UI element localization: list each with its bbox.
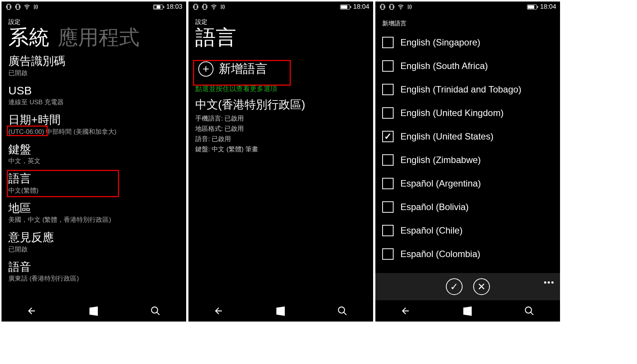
svg-point-7 (338, 307, 344, 313)
language-option-label: English (United Kingdom) (400, 108, 504, 118)
status-time: 18:04 (540, 3, 556, 11)
setting-speech[interactable]: 語音 廣東話 (香港特別行政區) (8, 257, 179, 286)
language-option-label: Español (Argentina) (400, 178, 481, 189)
battery-charging-icon (153, 5, 163, 9)
start-button[interactable] (457, 303, 478, 318)
svg-rect-4 (194, 4, 197, 9)
language-option[interactable]: Español (Colombia) (382, 242, 553, 266)
tab-system[interactable]: 系統 (8, 26, 49, 49)
svg-point-11 (525, 307, 531, 313)
language-option-label: English (United States) (400, 131, 493, 142)
search-button[interactable] (332, 303, 353, 318)
pivot-tabs: 系統 應用程式 (2, 26, 186, 51)
language-option-label: Español (Bolivia) (400, 202, 469, 212)
checkbox-icon[interactable] (382, 201, 394, 213)
vibrate-icon (379, 3, 386, 10)
language-select-list[interactable]: English (Singapore)English (South Africa… (375, 28, 560, 273)
app-bar: ✓ ✕ ••• (375, 273, 560, 300)
phone-screen-system-settings: 18:03 設定 系統 應用程式 廣告識別碼 已開啟 USB 連線至 USB 充… (2, 2, 186, 322)
navigation-bar (375, 300, 560, 322)
status-bar: 18:03 (2, 2, 186, 12)
svg-rect-9 (390, 4, 393, 9)
setting-region[interactable]: 地區 美國，中文 (繁體，香港特別行政區) (8, 198, 179, 228)
setting-feedback[interactable]: 意見反應 已開啟 (8, 227, 179, 257)
navigation-bar (188, 300, 373, 322)
back-button[interactable] (395, 303, 417, 318)
status-time: 18:03 (166, 3, 182, 11)
settings-list[interactable]: 廣告識別碼 已開啟 USB 連線至 USB 充電器 日期+時間 (UTC-06:… (2, 51, 186, 300)
language-detail: 手機語言: 已啟用 (195, 114, 366, 123)
vibrate-icon (14, 3, 21, 10)
nfc-icon (406, 3, 413, 10)
add-language-label: 新增語言 (219, 61, 267, 77)
language-option-label: Español (Chile) (400, 225, 463, 236)
svg-point-3 (151, 307, 157, 313)
confirm-button[interactable]: ✓ (446, 278, 463, 295)
checkbox-icon[interactable] (382, 154, 394, 166)
language-page-content: + 新增語言 點選並按住以查看更多選項 中文(香港特別行政區) 手機語言: 已啟… (188, 51, 373, 300)
language-option-label: English (South Africa) (400, 61, 488, 71)
setting-keyboard[interactable]: 鍵盤 中文，英文 (8, 139, 179, 169)
language-option-label: English (Trinidad and Tobago) (400, 84, 521, 95)
phone-screen-language-settings: 18:04 設定 語言 + 新增語言 點選並按住以查看更多選項 中文(香港特別行… (188, 2, 373, 322)
language-detail: 地區格式: 已啟用 (195, 124, 366, 133)
language-name: 中文(香港特別行政區) (195, 97, 366, 113)
checkbox-icon[interactable] (382, 37, 394, 48)
checkbox-icon[interactable] (382, 178, 394, 189)
svg-rect-5 (203, 4, 206, 9)
search-button[interactable] (519, 303, 540, 318)
language-option[interactable]: Español (Argentina) (382, 172, 553, 195)
back-button[interactable] (22, 303, 43, 318)
cancel-button[interactable]: ✕ (473, 278, 490, 295)
language-option-label: Español (Colombia) (400, 249, 480, 259)
language-option[interactable]: Español (Bolivia) (382, 195, 553, 219)
start-button[interactable] (83, 303, 104, 318)
checkbox-icon[interactable] (382, 131, 394, 142)
language-option[interactable]: English (Singapore) (382, 31, 553, 54)
setting-advertising-id[interactable]: 廣告識別碼 已開啟 (8, 51, 179, 80)
language-detail: 語音: 已啟用 (195, 135, 366, 143)
vibrate-icon (192, 3, 199, 10)
status-bar: 18:04 (188, 2, 373, 12)
language-detail: 鍵盤: 中文 (繁體) 筆畫 (195, 145, 366, 154)
language-option[interactable]: English (South Africa) (382, 54, 553, 78)
nfc-icon (220, 3, 226, 10)
language-option[interactable]: English (United States) (382, 125, 553, 148)
breadcrumb: 設定 (188, 12, 373, 26)
checkbox-icon[interactable] (382, 225, 394, 236)
setting-usb[interactable]: USB 連線至 USB 充電器 (8, 80, 179, 110)
checkbox-icon[interactable] (382, 107, 394, 119)
language-option[interactable]: English (Trinidad and Tobago) (382, 78, 553, 101)
page-title: 語言 (188, 26, 373, 51)
svg-point-10 (400, 9, 401, 9)
checkbox-icon[interactable] (382, 60, 394, 72)
battery-icon (340, 5, 350, 9)
nfc-icon (33, 3, 39, 10)
language-option[interactable]: English (Zimbabwe) (382, 148, 553, 172)
language-option[interactable]: English (United Kingdom) (382, 101, 553, 125)
start-button[interactable] (270, 303, 291, 318)
navigation-bar (2, 300, 186, 322)
checkbox-icon[interactable] (382, 248, 394, 260)
back-button[interactable] (209, 303, 230, 318)
setting-date-time[interactable]: 日期+時間 (UTC-06:00) 中部時間 (美國和加拿大) (8, 110, 179, 139)
setting-language[interactable]: 語言 中文(繁體) (8, 168, 179, 198)
svg-rect-8 (381, 4, 384, 9)
tab-apps[interactable]: 應用程式 (58, 26, 140, 49)
battery-icon (527, 5, 537, 9)
wifi-icon (210, 3, 217, 10)
wifi-icon (24, 3, 30, 10)
phone-screen-add-language: 18:04 新增語言 English (Singapore)English (S… (375, 2, 560, 322)
vibrate-icon (201, 3, 208, 10)
breadcrumb: 設定 (2, 12, 186, 26)
svg-rect-1 (16, 4, 19, 9)
status-time: 18:04 (353, 3, 369, 11)
checkbox-icon[interactable] (382, 84, 394, 95)
language-option-label: English (Singapore) (400, 37, 480, 48)
language-option[interactable]: Español (Chile) (382, 219, 553, 242)
svg-point-2 (27, 9, 27, 9)
search-button[interactable] (145, 303, 166, 318)
language-entry[interactable]: 中文(香港特別行政區) 手機語言: 已啟用 地區格式: 已啟用 語音: 已啟用 … (195, 97, 366, 154)
add-language-button[interactable]: + 新增語言 (195, 56, 366, 82)
more-button[interactable]: ••• (544, 278, 555, 287)
